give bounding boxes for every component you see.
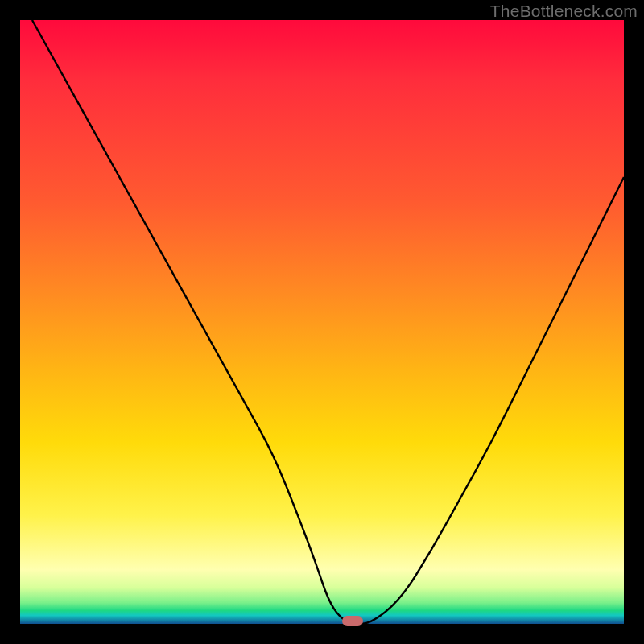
chart-frame: TheBottleneck.com <box>0 0 644 644</box>
plot-area <box>20 20 624 624</box>
curve-path <box>32 20 624 624</box>
optimal-marker <box>342 616 363 626</box>
watermark-text: TheBottleneck.com <box>490 2 638 21</box>
bottleneck-curve <box>20 20 624 624</box>
